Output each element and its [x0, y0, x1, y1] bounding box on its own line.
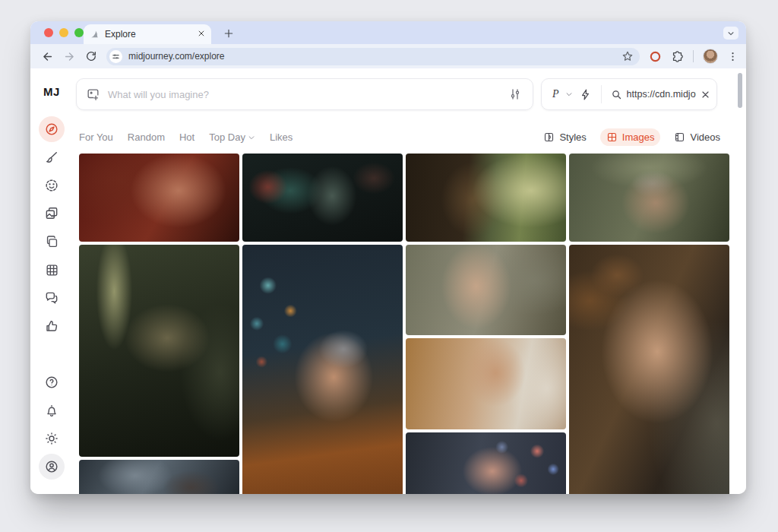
videos-icon [674, 131, 685, 143]
feed-filter-tabs: For You Random Hot Top Day Likes [79, 131, 293, 143]
tab-random[interactable]: Random [128, 131, 165, 143]
search-icon [611, 89, 622, 100]
grid-image-headphones-night-city[interactable] [242, 245, 403, 494]
tab-likes-label: Likes [270, 131, 293, 143]
sidebar-item-archive[interactable] [39, 257, 65, 283]
tab-hot-label: Hot [179, 131, 194, 143]
sidebar-item-theme[interactable] [39, 426, 65, 451]
page-scrollbar-thumb[interactable] [738, 73, 742, 108]
back-button[interactable] [41, 50, 54, 63]
view-videos-label: Videos [690, 131, 720, 143]
profile-avatar[interactable] [703, 49, 718, 64]
sidebar-bottom [39, 369, 65, 494]
sidebar-item-chat[interactable] [39, 285, 65, 311]
lightning-bolt-icon[interactable] [579, 88, 592, 101]
archive-grid-icon [45, 263, 59, 277]
grid-column-3 [406, 154, 566, 494]
minimize-window-button[interactable] [59, 28, 68, 37]
view-videos-button[interactable]: Videos [668, 128, 726, 146]
pill-divider [601, 85, 602, 103]
toolbar-separator [693, 50, 694, 62]
chat-bubbles-icon [44, 290, 59, 306]
midjourney-page: MJ [30, 68, 746, 494]
sidebar-item-edit[interactable] [39, 173, 65, 198]
sidebar-item-notifications[interactable] [39, 397, 65, 423]
bookmark-star-icon[interactable] [621, 50, 634, 62]
copy-pages-icon [45, 235, 59, 249]
account-person-icon [44, 459, 59, 474]
paintbrush-create-icon [44, 150, 59, 165]
sidebar-item-account[interactable] [39, 454, 65, 480]
zoom-window-button[interactable] [74, 28, 84, 37]
top-bar: What will you imagine? P [76, 78, 726, 110]
close-window-button[interactable] [44, 28, 53, 37]
tab-strip-chevron-icon[interactable] [723, 27, 738, 40]
grid-image-rainy-window-portrait[interactable] [406, 245, 566, 335]
sidebar-item-likes[interactable] [39, 313, 65, 339]
profile-search-pill: P https://cdn.midjou [541, 78, 717, 110]
tab-for-you[interactable]: For You [79, 131, 113, 143]
search-value: https://cdn.midjou [627, 89, 696, 100]
thumbs-up-icon [44, 318, 59, 334]
chevron-down-icon [248, 134, 255, 141]
grid-image-white-sweater-portrait[interactable] [406, 338, 566, 429]
sidebar-item-organize[interactable] [39, 201, 65, 226]
grid-image-headphones-rain-glass[interactable] [569, 154, 729, 242]
grid-image-red-toned-portrait[interactable] [79, 154, 239, 242]
profile-dropdown-label[interactable]: P [552, 88, 559, 100]
site-settings-icon[interactable] [109, 50, 122, 63]
reload-button[interactable] [85, 50, 97, 62]
image-search-field[interactable]: https://cdn.midjou [611, 89, 710, 100]
tab-likes[interactable]: Likes [270, 131, 293, 143]
images-icon [606, 131, 618, 143]
tab-for-you-label: For You [79, 131, 113, 143]
sidebar-item-explore[interactable] [39, 116, 65, 142]
midjourney-sail-favicon [90, 30, 100, 40]
edit-smiley-icon [44, 178, 59, 193]
extensions-puzzle-icon[interactable] [671, 50, 684, 63]
view-styles-button[interactable]: Styles [537, 128, 592, 146]
grid-image-night-train-bokeh[interactable] [406, 432, 566, 494]
extension-o-icon[interactable] [649, 50, 662, 63]
sidebar-item-create[interactable] [39, 144, 65, 170]
sidebar-item-help[interactable] [39, 369, 65, 395]
grid-image-sleeping-on-train[interactable] [79, 245, 239, 457]
view-styles-label: Styles [559, 131, 586, 143]
clear-search-icon[interactable] [701, 90, 710, 100]
grid-image-cafe-window-portrait[interactable] [569, 245, 729, 494]
tab-random-label: Random [128, 131, 165, 143]
browser-menu-icon[interactable] [727, 51, 738, 62]
browser-window: Explore [30, 21, 746, 494]
browser-tab-explore[interactable]: Explore [84, 24, 211, 44]
explore-compass-icon [44, 122, 59, 137]
image-grid [79, 154, 729, 494]
filter-bar: For You Random Hot Top Day Likes [79, 128, 726, 146]
grid-column-1 [79, 154, 239, 494]
view-toggle-group: Styles Images Videos [537, 128, 726, 146]
forward-button[interactable] [63, 50, 76, 63]
grid-column-2 [242, 154, 403, 494]
url-text: midjourney.com/explore [128, 51, 615, 62]
organize-images-icon [44, 206, 59, 221]
grid-image-dark-bar-scene[interactable] [242, 154, 403, 242]
midjourney-logo[interactable]: MJ [43, 85, 60, 98]
tab-top-day[interactable]: Top Day [209, 131, 255, 143]
settings-sliders-icon[interactable] [508, 87, 522, 101]
address-bar[interactable]: midjourney.com/explore [106, 48, 640, 65]
view-images-button[interactable]: Images [600, 128, 661, 146]
tab-hot[interactable]: Hot [179, 131, 194, 143]
image-plus-icon [86, 87, 100, 102]
styles-icon [543, 131, 555, 143]
tab-top-day-label: Top Day [209, 131, 245, 143]
browser-toolbar: midjourney.com/explore [30, 44, 746, 68]
chevron-down-icon[interactable] [565, 90, 573, 98]
tab-close-icon[interactable] [198, 30, 205, 39]
macos-window-controls [44, 28, 84, 37]
sidebar-item-tasks[interactable] [39, 229, 65, 255]
grid-image-rainy-window-face[interactable] [79, 460, 239, 494]
sidebar: MJ [30, 68, 73, 494]
notifications-bell-icon [44, 403, 59, 418]
grid-image-train-forest-window[interactable] [406, 154, 566, 242]
imagine-input[interactable]: What will you imagine? [76, 78, 533, 110]
new-tab-button[interactable] [222, 27, 236, 40]
